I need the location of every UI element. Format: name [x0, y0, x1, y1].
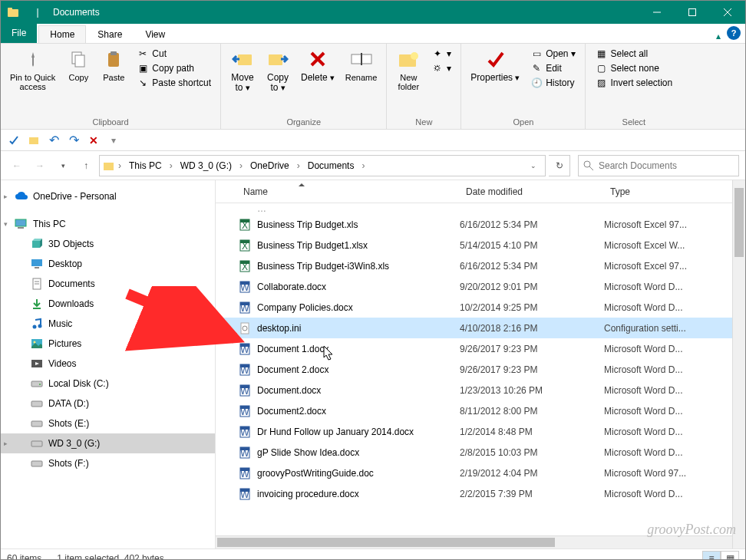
close-button[interactable] — [710, 1, 745, 24]
table-row[interactable]: desktop.ini4/10/2018 2:16 PMConfiguratio… — [216, 318, 745, 338]
qat-folder[interactable] — [25, 132, 42, 149]
sidebar-item[interactable]: Videos — [1, 354, 215, 374]
table-row[interactable]: WDr Hund Follow up January 2014.docx1/2/… — [216, 421, 745, 442]
breadcrumb-sep[interactable]: › — [360, 160, 366, 171]
qat-undo[interactable]: ↶ — [45, 132, 62, 149]
table-row[interactable]: WDocument2.docx8/11/2012 8:00 PMMicrosof… — [216, 400, 745, 421]
paste-shortcut-button[interactable]: ↘Paste shortcut — [134, 76, 214, 90]
edit-button[interactable]: ✎Edit — [527, 61, 579, 75]
divider: | — [30, 5, 45, 20]
sidebar-item[interactable]: ▸WD 3_0 (G:) — [1, 433, 215, 453]
delete-button[interactable]: Delete ▾ — [296, 45, 339, 84]
table-row[interactable]: WCompany Policies.docx10/2/2014 9:25 PMM… — [216, 297, 745, 318]
file-date: 10/2/2014 9:25 PM — [460, 302, 604, 313]
recent-button[interactable]: ▾ — [53, 156, 73, 176]
col-date[interactable]: Date modified — [460, 182, 604, 202]
sidebar-item[interactable]: Local Disk (C:) — [1, 374, 215, 394]
address-bar[interactable]: › This PC › WD 3_0 (G:) › OneDrive › Doc… — [99, 155, 546, 176]
col-name[interactable]: Name — [237, 182, 460, 202]
open-button[interactable]: ▭Open▾ — [527, 47, 579, 61]
refresh-button[interactable]: ↻ — [549, 155, 570, 176]
file-date: 1/23/2013 10:26 PM — [460, 385, 604, 396]
vertical-scrollbar[interactable] — [732, 180, 745, 548]
sidebar-item[interactable]: Downloads — [1, 294, 215, 314]
sidebar-item[interactable]: Pictures — [1, 334, 215, 354]
move-to-button[interactable]: Moveto ▾ — [226, 45, 259, 94]
sidebar-item[interactable]: DATA (D:) — [1, 394, 215, 413]
home-tab[interactable]: Home — [38, 25, 86, 43]
col-type[interactable]: Type — [604, 182, 745, 202]
copy-button[interactable]: Copy — [61, 45, 95, 84]
table-row[interactable]: XBusiness Trip Budget-i3Win8.xls6/16/201… — [216, 255, 745, 276]
table-row[interactable]: Winvoicing procedure.docx2/2/2015 7:39 P… — [216, 483, 745, 504]
breadcrumb-3[interactable]: Documents — [303, 157, 359, 174]
qat-dropdown[interactable]: ▾ — [105, 132, 122, 149]
details-view-button[interactable]: ≡ — [702, 551, 721, 561]
properties-button[interactable]: Properties ▾ — [466, 45, 524, 84]
breadcrumb-2[interactable]: OneDrive — [246, 157, 294, 174]
select-none-button[interactable]: ▢Select none — [592, 61, 675, 75]
breadcrumb-sep[interactable]: › — [117, 160, 123, 171]
breadcrumb-sep[interactable]: › — [238, 160, 244, 171]
select-all-button[interactable]: ▦Select all — [592, 47, 675, 61]
table-row[interactable]: WDocument 1.docx9/26/2017 9:23 PMMicroso… — [216, 338, 745, 359]
breadcrumb-sep[interactable]: › — [168, 160, 174, 171]
file-tab[interactable]: File — [1, 23, 37, 43]
table-row[interactable]: WgroovyPostWritingGuide.doc2/19/2012 4:0… — [216, 463, 745, 483]
help-button[interactable]: ? — [727, 26, 741, 40]
table-row[interactable]: XBusiness Trip Budget.xls6/16/2012 5:34 … — [216, 214, 745, 235]
share-tab[interactable]: Share — [86, 25, 134, 43]
sidebar-item[interactable]: Shots (E:) — [1, 413, 215, 433]
file-name: Collaborate.docx — [257, 282, 460, 292]
icons-view-button[interactable]: ▦ — [721, 551, 739, 561]
copy-path-button[interactable]: ▣Copy path — [134, 61, 214, 75]
copy-to-button[interactable]: Copyto ▾ — [261, 45, 295, 94]
table-row[interactable]: WgP Slide Show Idea.docx2/8/2015 10:03 P… — [216, 442, 745, 463]
sidebar-item[interactable]: Shots (F:) — [1, 453, 215, 473]
rename-button[interactable]: Rename — [341, 45, 382, 84]
breadcrumb-1[interactable]: WD 3_0 (G:) — [176, 157, 236, 174]
item-icon — [30, 456, 44, 470]
easy-access-button[interactable]: ⛭▾ — [428, 61, 454, 75]
up-button[interactable]: ↑ — [76, 156, 96, 176]
path-icon: ▣ — [137, 62, 149, 74]
file-date: 2/2/2015 7:39 PM — [460, 489, 604, 499]
svg-point-34 — [34, 341, 36, 344]
invert-selection-button[interactable]: ▨Invert selection — [592, 76, 675, 90]
breadcrumb-0[interactable]: This PC — [124, 157, 167, 174]
pin-to-quick-access-button[interactable]: Pin to Quickaccess — [5, 45, 60, 93]
sidebar-item[interactable]: Desktop — [1, 254, 215, 274]
address-dropdown[interactable]: ⌄ — [523, 156, 543, 176]
file-icon: W — [237, 300, 253, 315]
qat-redo[interactable]: ↷ — [65, 132, 82, 149]
new-item-button[interactable]: ✦▾ — [428, 47, 454, 61]
sidebar-thispc[interactable]: ▾ This PC — [1, 214, 215, 234]
cut-button[interactable]: ✂Cut — [134, 47, 214, 61]
history-button[interactable]: 🕘History — [527, 76, 579, 90]
forward-button[interactable]: → — [30, 156, 50, 176]
sidebar-item[interactable]: Documents — [1, 274, 215, 294]
sidebar-onedrive[interactable]: ▸ OneDrive - Personal — [1, 186, 215, 206]
table-row[interactable]: XBusiness Trip Budget1.xlsx5/14/2015 4:1… — [216, 235, 745, 255]
back-button[interactable]: ← — [7, 156, 27, 176]
sidebar-item[interactable]: 3D Objects — [1, 234, 215, 254]
table-row[interactable]: WDocument.docx1/23/2013 10:26 PMMicrosof… — [216, 380, 745, 400]
svg-text:W: W — [240, 282, 249, 293]
item-icon — [30, 297, 44, 311]
paste-button[interactable]: Paste — [97, 45, 130, 84]
minimize-button[interactable] — [639, 1, 675, 24]
new-folder-button[interactable]: Newfolder — [391, 45, 425, 93]
maximize-button[interactable] — [675, 1, 710, 24]
search-box[interactable]: Search Documents — [578, 155, 739, 176]
table-row[interactable]: WDocument 2.docx9/26/2017 9:23 PMMicroso… — [216, 359, 745, 380]
breadcrumb-sep[interactable]: › — [295, 160, 302, 171]
table-row[interactable]: … — [216, 203, 745, 214]
view-tab[interactable]: View — [134, 25, 177, 43]
svg-text:X: X — [242, 220, 248, 231]
select-group-label: Select — [590, 117, 677, 127]
table-row[interactable]: WCollaborate.docx9/20/2012 9:01 PMMicros… — [216, 276, 745, 297]
collapse-ribbon[interactable]: ▴ — [710, 29, 727, 43]
sidebar-item[interactable]: Music — [1, 314, 215, 334]
qat-delete[interactable]: ✕ — [85, 132, 102, 149]
qat-prop[interactable] — [5, 132, 22, 149]
